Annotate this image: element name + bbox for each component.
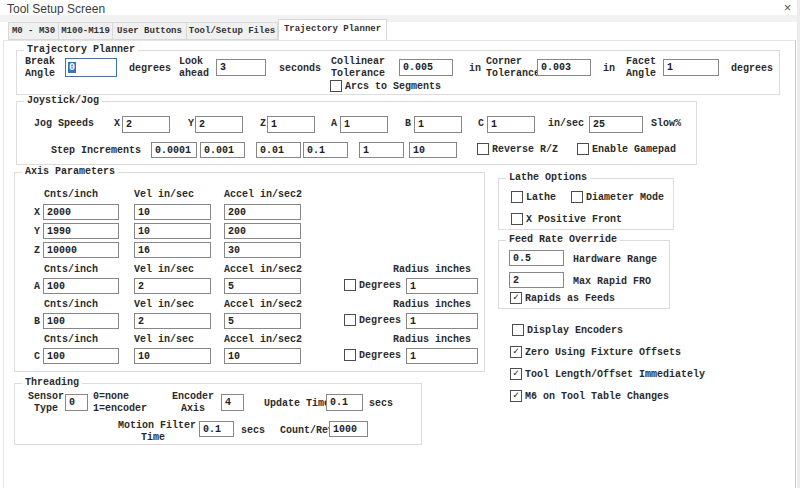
checkbox-label: Diameter Mode	[586, 192, 664, 203]
a-degrees-checkbox[interactable]: Degrees	[344, 279, 401, 291]
accel-header: Accel in/sec2	[224, 264, 302, 275]
a-cnts-input[interactable]	[43, 278, 119, 294]
threading-group-label: Threading	[22, 377, 82, 388]
step-increment-6-input[interactable]	[409, 142, 457, 158]
checkbox-box[interactable]	[344, 279, 356, 291]
zero-using-fixture-offsets-checkbox[interactable]: ✓ Zero Using Fixture Offsets	[510, 346, 681, 358]
c-vel-input[interactable]	[134, 348, 211, 364]
jog-speed-a-input[interactable]	[340, 116, 388, 133]
break-angle-unit: degrees	[129, 63, 171, 74]
encoder-axis-input[interactable]	[221, 394, 244, 411]
checkbox-box[interactable]: ✓	[510, 368, 522, 380]
checkbox-box[interactable]	[512, 324, 524, 336]
tab-trajectory-planner[interactable]: Trajectory Planner	[278, 19, 387, 40]
hardware-range-input[interactable]	[509, 250, 564, 266]
enable-gamepad-checkbox[interactable]: Enable Gamepad	[577, 143, 676, 155]
lathe-checkbox[interactable]: Lathe	[511, 191, 556, 203]
c-cnts-input[interactable]	[43, 348, 119, 364]
tab-m100-m119[interactable]: M100-M119	[59, 22, 113, 40]
checkbox-box[interactable]	[511, 213, 523, 225]
b-vel-input[interactable]	[134, 313, 211, 329]
checkbox-label: Arcs to Segments	[345, 81, 441, 92]
checkbox-box[interactable]	[577, 143, 589, 155]
b-accel-input[interactable]	[224, 313, 301, 329]
count-rev-label: Count/Rev	[280, 425, 334, 436]
tool-length-offset-immediately-checkbox[interactable]: ✓ Tool Length/Offset Immediately	[510, 368, 705, 380]
sensor-type-input[interactable]	[65, 394, 88, 411]
checkbox-label: X Positive Front	[526, 214, 622, 225]
c-radius-input[interactable]	[406, 348, 478, 364]
slow-percent-input[interactable]	[589, 116, 643, 133]
b-radius-input[interactable]	[406, 313, 478, 329]
b-degrees-checkbox[interactable]: Degrees	[344, 314, 401, 326]
checkbox-box[interactable]	[511, 191, 523, 203]
count-rev-input[interactable]	[329, 421, 368, 437]
y-vel-input[interactable]	[134, 223, 211, 239]
m6-on-tool-table-changes-checkbox[interactable]: ✓ M6 on Tool Table Changes	[510, 390, 669, 402]
checkbox-box[interactable]	[330, 80, 342, 92]
x-accel-input[interactable]	[224, 204, 301, 220]
checkbox-box[interactable]	[344, 349, 356, 361]
step-increment-1-input[interactable]	[151, 142, 197, 158]
vel-header: Vel in/sec	[134, 299, 194, 310]
collinear-tolerance-unit: in	[469, 63, 481, 74]
max-rapid-fro-input[interactable]	[509, 272, 564, 288]
break-angle-input[interactable]: 0	[65, 58, 117, 77]
look-ahead-input[interactable]	[216, 59, 266, 76]
tab-m0-m30[interactable]: M0 - M30	[8, 22, 59, 40]
tab-tool-setup-files[interactable]: Tool/Setup Files	[187, 22, 278, 40]
jog-speed-b-input[interactable]	[414, 116, 462, 133]
jog-speed-y-input[interactable]	[195, 116, 243, 133]
look-ahead-unit: seconds	[279, 63, 321, 74]
slow-percent-label: Slow%	[651, 118, 681, 129]
checkbox-label: Reverse R/Z	[492, 144, 558, 155]
step-increment-2-input[interactable]	[200, 142, 245, 158]
z-vel-input[interactable]	[134, 242, 211, 258]
a-vel-input[interactable]	[134, 278, 211, 294]
a-radius-input[interactable]	[406, 278, 478, 294]
a-accel-input[interactable]	[224, 278, 301, 294]
jog-speed-x-input[interactable]	[122, 116, 170, 133]
diameter-mode-checkbox[interactable]: Diameter Mode	[571, 191, 664, 203]
update-time-input[interactable]	[326, 394, 363, 411]
lathe-options-group-label: Lathe Options	[506, 172, 590, 183]
y-accel-input[interactable]	[224, 223, 301, 239]
motion-filter-time-input[interactable]	[199, 421, 234, 437]
rapids-as-feeds-checkbox[interactable]: ✓ Rapids as Feeds	[510, 292, 615, 304]
update-time-unit: secs	[369, 398, 393, 409]
corner-tolerance-input[interactable]	[537, 59, 591, 76]
checkbox-box[interactable]	[344, 314, 356, 326]
b-cnts-input[interactable]	[43, 313, 119, 329]
accel-header: Accel in/sec2	[224, 189, 302, 200]
checkbox-box[interactable]	[477, 143, 489, 155]
jog-speed-z-input[interactable]	[267, 116, 315, 133]
jog-speed-c-input[interactable]	[487, 116, 535, 133]
checkbox-box[interactable]	[571, 191, 583, 203]
x-vel-input[interactable]	[134, 204, 211, 220]
y-cnts-input[interactable]	[43, 223, 119, 239]
step-increment-3-input[interactable]	[256, 142, 301, 158]
checkbox-box[interactable]: ✓	[510, 346, 522, 358]
x-cnts-input[interactable]	[43, 204, 119, 220]
checkbox-label: M6 on Tool Table Changes	[525, 391, 669, 402]
close-icon[interactable]: ×	[779, 0, 796, 15]
display-encoders-checkbox[interactable]: Display Encoders	[512, 324, 623, 336]
collinear-tolerance-input[interactable]	[399, 59, 453, 76]
reverse-rz-checkbox[interactable]: Reverse R/Z	[477, 143, 558, 155]
radius-header: Radius inches	[393, 264, 471, 275]
tab-user-buttons[interactable]: User Buttons	[113, 22, 187, 40]
checkbox-box[interactable]: ✓	[510, 292, 522, 304]
z-cnts-input[interactable]	[43, 242, 119, 258]
cnts-header: Cnts/inch	[44, 299, 98, 310]
step-increment-5-input[interactable]	[359, 142, 404, 158]
step-increment-4-input[interactable]	[303, 142, 348, 158]
checkbox-box[interactable]: ✓	[510, 390, 522, 402]
checkbox-label: Display Encoders	[527, 325, 623, 336]
c-accel-input[interactable]	[224, 348, 301, 364]
z-accel-input[interactable]	[224, 242, 301, 258]
c-degrees-checkbox[interactable]: Degrees	[344, 349, 401, 361]
feed-rate-override-group-label: Feed Rate Override	[506, 234, 620, 245]
x-positive-front-checkbox[interactable]: X Positive Front	[511, 213, 622, 225]
arcs-to-segments-checkbox[interactable]: Arcs to Segments	[330, 80, 441, 92]
facet-angle-input[interactable]	[663, 59, 719, 76]
